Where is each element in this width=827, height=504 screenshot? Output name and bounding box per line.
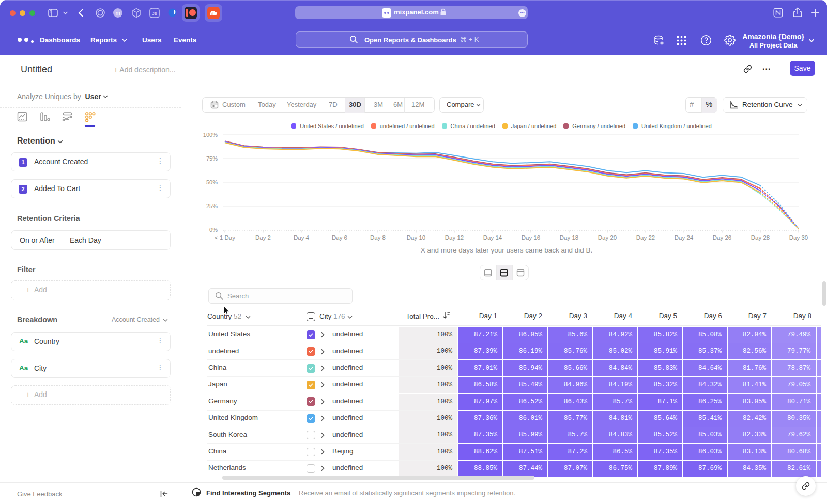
svg-text:Day 6: Day 6: [332, 234, 347, 241]
svg-text:0%: 0%: [209, 227, 218, 233]
svg-text:Day 10: Day 10: [407, 234, 425, 241]
svg-text:Day 12: Day 12: [445, 234, 464, 241]
svg-text:Day 26: Day 26: [713, 234, 731, 241]
svg-text:25%: 25%: [206, 203, 218, 209]
svg-text:Day 20: Day 20: [598, 234, 617, 241]
svg-text:Day 2: Day 2: [255, 234, 271, 241]
svg-text:Day 16: Day 16: [522, 234, 540, 241]
svg-text:Day 30: Day 30: [789, 234, 808, 241]
svg-text:Day 8: Day 8: [370, 234, 386, 241]
svg-text:Day 14: Day 14: [483, 234, 502, 241]
svg-text:Day 28: Day 28: [751, 234, 770, 241]
svg-text:100%: 100%: [203, 132, 218, 138]
svg-text:< 1 Day: < 1 Day: [215, 234, 235, 241]
svg-text:JS: JS: [152, 11, 157, 16]
svg-text:Day 4: Day 4: [294, 234, 310, 241]
svg-text:75%: 75%: [206, 155, 218, 162]
svg-text:Day 18: Day 18: [560, 234, 578, 241]
svg-text:Day 22: Day 22: [636, 234, 655, 241]
svg-text:Day 24: Day 24: [675, 234, 694, 241]
svg-text:50%: 50%: [206, 179, 218, 185]
